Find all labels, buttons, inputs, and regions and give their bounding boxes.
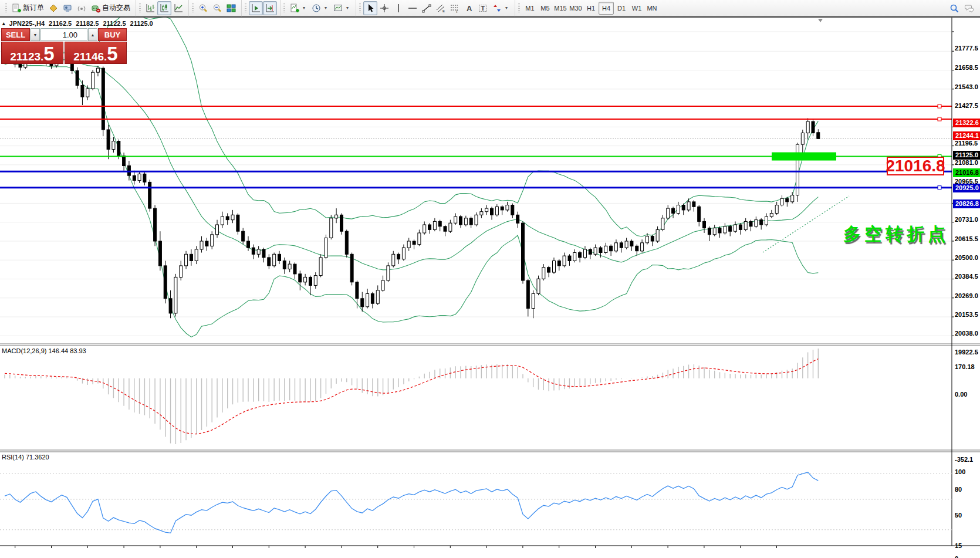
hline-anchor[interactable] bbox=[938, 186, 941, 190]
templates-button[interactable]: ▾ bbox=[331, 1, 353, 15]
auto-scroll-button[interactable] bbox=[249, 1, 263, 15]
arrows-button[interactable]: ▾ bbox=[490, 1, 512, 15]
search-icon[interactable] bbox=[949, 4, 959, 13]
info-close: 21125.0 bbox=[130, 20, 153, 27]
terminal-button[interactable] bbox=[60, 1, 75, 15]
candle bbox=[19, 64, 22, 67]
candle bbox=[491, 208, 494, 215]
bar-chart-icon bbox=[146, 4, 155, 13]
chart-shift-button[interactable] bbox=[263, 1, 277, 15]
candle bbox=[485, 208, 488, 212]
autotrading-button[interactable]: 自动交易 bbox=[89, 1, 133, 15]
macd-label: MACD(12,26,9) 146.44 83.93 bbox=[2, 347, 86, 354]
buy-button[interactable]: BUY bbox=[98, 28, 127, 41]
buy-price[interactable]: 21146 . 5 bbox=[65, 42, 127, 64]
timeframe-m5-button[interactable]: M5 bbox=[538, 2, 553, 15]
arrows-caret-icon[interactable]: ▾ bbox=[503, 5, 509, 11]
timeframe-d1-button[interactable]: D1 bbox=[614, 2, 629, 15]
candle bbox=[698, 207, 701, 221]
chart-plot[interactable] bbox=[0, 18, 980, 558]
candle bbox=[138, 174, 141, 180]
candle bbox=[682, 205, 685, 210]
candle bbox=[164, 266, 167, 299]
bar-chart-button[interactable] bbox=[143, 1, 157, 15]
candle bbox=[495, 207, 498, 215]
periods-button[interactable]: ▾ bbox=[309, 1, 331, 15]
cursor-button[interactable] bbox=[363, 1, 377, 15]
timeframe-m30-button[interactable]: M30 bbox=[568, 2, 583, 15]
candle bbox=[107, 130, 110, 150]
candle bbox=[516, 215, 519, 223]
price-axis-label: 21777.5 bbox=[955, 44, 978, 52]
candle bbox=[444, 226, 447, 231]
timeframe-m1-button[interactable]: M1 bbox=[522, 2, 538, 15]
candle bbox=[252, 248, 255, 254]
toolbar-group-charttype bbox=[136, 0, 188, 16]
bollinger-lower-band bbox=[5, 63, 818, 337]
signals-button[interactable] bbox=[75, 1, 89, 15]
timeframe-w1-button[interactable]: W1 bbox=[629, 2, 644, 15]
hline-anchor[interactable] bbox=[938, 104, 941, 108]
tile-windows-button[interactable] bbox=[224, 1, 238, 15]
candle bbox=[86, 89, 89, 97]
price-axis-tag-20925.0: 20925.0 bbox=[953, 184, 980, 192]
volume-increase-button[interactable]: ▲ bbox=[88, 28, 97, 41]
volume-input[interactable] bbox=[41, 29, 87, 40]
candle bbox=[614, 243, 617, 251]
candle bbox=[480, 212, 483, 215]
toolbar: 新订单 自动交易 bbox=[0, 0, 980, 16]
candle bbox=[599, 248, 602, 252]
toolbar-group-scroll bbox=[241, 0, 280, 16]
trendline-button[interactable] bbox=[420, 1, 434, 15]
zoom-out-button[interactable] bbox=[210, 1, 224, 15]
sell-button[interactable]: SELL bbox=[1, 28, 30, 41]
equidistant-channel-button[interactable]: E bbox=[434, 1, 448, 15]
panel-collapse-icon[interactable]: ▴ bbox=[2, 21, 5, 26]
price-annotation-box[interactable]: 21016.8 bbox=[887, 157, 944, 175]
volume-decrease-button[interactable]: ▼ bbox=[31, 28, 40, 41]
new-order-button[interactable]: 新订单 bbox=[9, 1, 46, 15]
toolbar-group-zoom bbox=[188, 0, 241, 16]
periods-clock-icon bbox=[312, 4, 321, 13]
timeframe-mn-button[interactable]: MN bbox=[644, 2, 660, 15]
support-zone-rect[interactable] bbox=[772, 153, 836, 161]
text-label-button[interactable]: T bbox=[476, 1, 490, 15]
candle bbox=[579, 253, 582, 258]
rsi-axis-label: 15 bbox=[955, 542, 962, 549]
candle bbox=[786, 198, 789, 202]
trendline-icon bbox=[422, 4, 431, 13]
timeframe-h4-button[interactable]: H4 bbox=[599, 2, 614, 15]
candle bbox=[760, 220, 763, 225]
sell-price-main: 21123 bbox=[10, 51, 40, 62]
candle bbox=[532, 293, 535, 308]
candle bbox=[169, 299, 172, 313]
line-chart-button[interactable] bbox=[171, 1, 185, 15]
chart-shift-marker-icon[interactable] bbox=[818, 19, 823, 22]
profile-button[interactable] bbox=[46, 1, 60, 15]
candlestick-chart-button[interactable] bbox=[157, 1, 171, 15]
candle bbox=[158, 241, 161, 266]
fibonacci-button[interactable]: F bbox=[448, 1, 462, 15]
price-axis-label: 21427.5 bbox=[955, 102, 978, 110]
text-button[interactable]: A bbox=[462, 1, 476, 15]
horizontal-line-button[interactable] bbox=[405, 1, 420, 15]
timeframe-h1-button[interactable]: H1 bbox=[583, 2, 599, 15]
zoom-in-button[interactable] bbox=[196, 1, 210, 15]
timeframe-m15-button[interactable]: M15 bbox=[553, 2, 568, 15]
templates-caret-icon[interactable]: ▾ bbox=[344, 5, 350, 11]
chat-icon[interactable] bbox=[965, 4, 974, 13]
price-axis-label: 20153.5 bbox=[955, 310, 978, 319]
crosshair-button[interactable] bbox=[377, 1, 391, 15]
vertical-line-button[interactable] bbox=[391, 1, 405, 15]
candle bbox=[464, 218, 467, 225]
periods-caret-icon[interactable]: ▾ bbox=[323, 5, 329, 11]
sell-price[interactable]: 21123 . 5 bbox=[1, 42, 63, 64]
indicators-caret-icon[interactable]: ▾ bbox=[301, 5, 307, 11]
rsi-line bbox=[5, 472, 818, 533]
hline-anchor[interactable] bbox=[938, 117, 941, 121]
candle bbox=[200, 241, 203, 249]
price-axis-tag-21016.8: 21016.8 bbox=[953, 168, 980, 177]
candle bbox=[625, 241, 628, 248]
indicators-button[interactable]: ▾ bbox=[288, 1, 309, 15]
candle bbox=[801, 133, 804, 145]
